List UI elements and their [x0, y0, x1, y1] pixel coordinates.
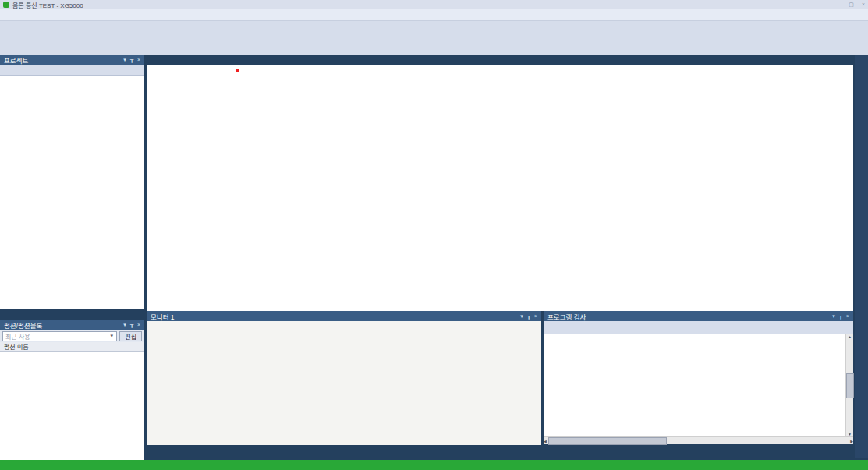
left-dock-tabs — [0, 309, 144, 320]
project-panel-toolbar — [0, 65, 144, 76]
panel-pin-icon[interactable]: ┰ — [130, 57, 133, 63]
window-title: 옴론 통신 TEST - XG5000 — [12, 1, 83, 9]
panel-pin-icon[interactable]: ┰ — [527, 313, 530, 320]
project-tree — [0, 76, 144, 309]
bottom-tab-strip — [147, 445, 853, 458]
toolbar-row-3 — [0, 43, 868, 55]
scroll-up-icon[interactable]: ▲ — [848, 334, 852, 339]
edit-button[interactable]: 편집 — [119, 331, 142, 341]
toolbar-row-2 — [0, 32, 868, 43]
document-tab-strip — [147, 55, 853, 65]
monitor-panel-title-bar: 모니터 1 ▾ ┰ × — [147, 311, 541, 321]
app-logo-icon — [3, 2, 9, 8]
toolbar-row-1 — [0, 21, 868, 32]
eip-parameter-table — [236, 69, 239, 72]
eip-settings-editor — [147, 65, 853, 311]
panel-close-icon[interactable]: × — [137, 57, 140, 63]
panel-close-icon[interactable]: × — [534, 313, 537, 320]
scrollbar-thumb[interactable] — [846, 373, 854, 398]
panel-menu-icon[interactable]: ▾ — [123, 57, 126, 63]
scroll-right-icon[interactable]: ▶ — [850, 439, 853, 443]
horizontal-scrollbar[interactable]: ◀▶ — [544, 436, 853, 444]
function-list-header: 펑션 이름 — [0, 342, 144, 352]
scroll-left-icon[interactable]: ◀ — [544, 439, 547, 443]
panel-close-icon[interactable]: × — [137, 322, 140, 328]
panel-pin-icon[interactable]: ┰ — [839, 313, 842, 320]
panel-close-icon[interactable]: × — [846, 313, 849, 320]
function-panel-title-bar: 펑션/펑션블록 ▾ ┰ × — [0, 320, 144, 330]
program-check-toolbar — [544, 321, 853, 334]
function-list[interactable] — [0, 352, 144, 460]
project-panel-title: 프로젝트 — [4, 55, 28, 65]
program-check-title: 프로그램 검사 — [547, 312, 586, 321]
menu-bar — [0, 9, 868, 21]
close-button[interactable]: × — [862, 2, 865, 8]
monitor-panel-title: 모니터 1 — [151, 312, 175, 321]
title-bar: 옴론 통신 TEST - XG5000 – ▢ × — [0, 0, 868, 9]
panel-menu-icon[interactable]: ▾ — [520, 313, 523, 320]
monitor-grid — [147, 321, 541, 445]
panel-menu-icon[interactable]: ▾ — [123, 322, 126, 328]
program-check-messages — [544, 334, 845, 436]
program-check-title-bar: 프로그램 검사 ▾ ┰ × — [544, 311, 853, 321]
panel-pin-icon[interactable]: ┰ — [130, 322, 133, 328]
maximize-button[interactable]: ▢ — [849, 2, 854, 8]
status-bar — [0, 460, 868, 470]
right-side-tab-strip — [855, 55, 868, 458]
minimize-button[interactable]: – — [838, 2, 841, 8]
function-filter-row: 최근 사용 ▼ 편집 — [0, 330, 144, 342]
chevron-down-icon: ▼ — [109, 334, 114, 338]
vertical-scrollbar[interactable]: ▲▼ — [845, 334, 853, 436]
function-panel-title: 펑션/펑션블록 — [4, 320, 42, 330]
panel-menu-icon[interactable]: ▾ — [832, 313, 835, 320]
project-panel-title-bar: 프로젝트 ▾ ┰ × — [0, 55, 144, 65]
scrollbar-thumb[interactable] — [548, 437, 667, 445]
function-filter-combobox[interactable]: 최근 사용 ▼ — [2, 331, 117, 341]
